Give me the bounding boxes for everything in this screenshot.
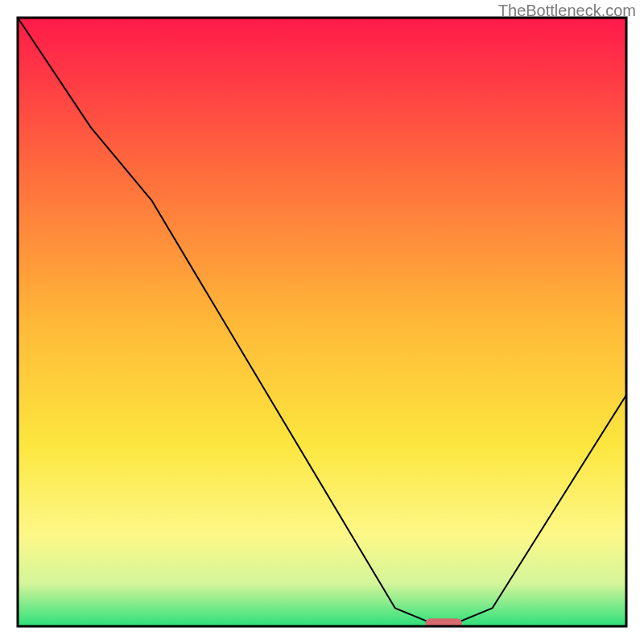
- watermark-text: TheBottleneck.com: [498, 2, 636, 20]
- plot-background: [18, 18, 626, 626]
- chart-container: { "watermark": "TheBottleneck.com", "cha…: [0, 0, 644, 644]
- chart-svg: [0, 0, 644, 644]
